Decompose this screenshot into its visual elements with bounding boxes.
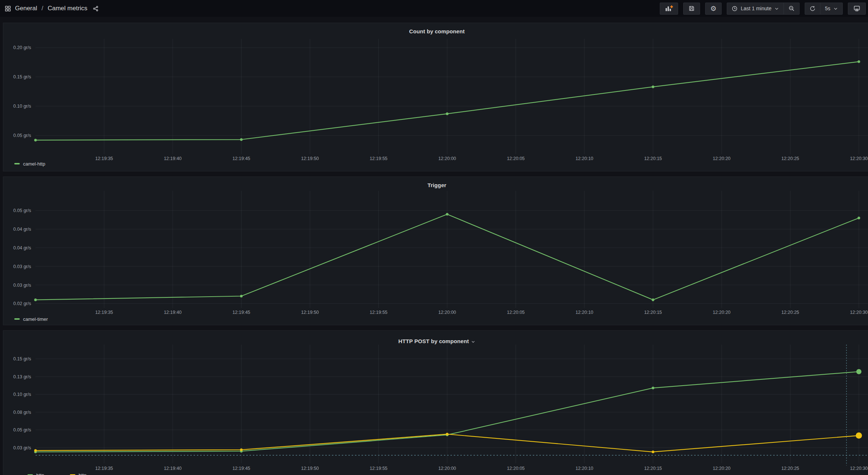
legend-item[interactable]: http [27, 472, 44, 475]
legend-item[interactable]: http [70, 472, 87, 475]
svg-text:0.20 gr/s: 0.20 gr/s [13, 45, 31, 50]
legend-item[interactable]: camel-timer [14, 316, 48, 322]
svg-text:0.10 gr/s: 0.10 gr/s [13, 104, 31, 109]
svg-text:12:19:55: 12:19:55 [370, 156, 388, 161]
svg-text:12:20:20: 12:20:20 [713, 466, 731, 471]
svg-text:12:19:55: 12:19:55 [370, 310, 388, 315]
time-picker-group: Last 1 minute [727, 3, 800, 15]
navbar: General / Camel metrics [0, 0, 868, 17]
tv-mode-button[interactable] [848, 3, 866, 15]
svg-text:0.15 gr/s: 0.15 gr/s [13, 356, 31, 361]
svg-text:12:20:10: 12:20:10 [576, 156, 594, 161]
page-title[interactable]: Camel metrics [48, 5, 87, 12]
svg-text:12:19:35: 12:19:35 [95, 156, 113, 161]
svg-text:12:19:55: 12:19:55 [370, 466, 388, 471]
refresh-icon [809, 5, 816, 12]
svg-text:0.03 gr/s: 0.03 gr/s [13, 264, 31, 269]
dashboard-toolbar: ⚙ Last 1 minute [660, 0, 868, 17]
svg-text:12:19:35: 12:19:35 [95, 466, 113, 471]
panel-legend: camel-http [14, 160, 71, 167]
panel-legend: httphttp [27, 471, 112, 475]
svg-text:0.08 gr/s: 0.08 gr/s [13, 410, 31, 415]
time-range-picker[interactable]: Last 1 minute [727, 3, 783, 14]
svg-text:12:19:40: 12:19:40 [164, 310, 182, 315]
svg-text:12:20:10: 12:20:10 [576, 310, 594, 315]
svg-text:12:20:15: 12:20:15 [644, 156, 662, 161]
svg-text:12:19:50: 12:19:50 [301, 156, 319, 161]
save-icon [688, 5, 695, 12]
svg-text:12:19:50: 12:19:50 [301, 466, 319, 471]
svg-text:12:20:05: 12:20:05 [507, 466, 525, 471]
svg-text:0.15 gr/s: 0.15 gr/s [13, 74, 31, 79]
time-range-label: Last 1 minute [741, 5, 771, 11]
legend-swatch-icon [14, 163, 20, 164]
svg-text:12:19:45: 12:19:45 [232, 156, 250, 161]
svg-text:12:20:25: 12:20:25 [781, 310, 799, 315]
refresh-interval-label: 5s [825, 5, 830, 11]
svg-text:12:20:30: 12:20:30 [850, 466, 868, 471]
chevron-down-icon [833, 6, 838, 11]
legend-label: http [79, 472, 87, 475]
legend-item[interactable]: camel-http [14, 161, 45, 167]
legend-label: http [36, 472, 44, 475]
svg-text:12:20:25: 12:20:25 [781, 156, 799, 161]
svg-text:12:20:30: 12:20:30 [850, 156, 868, 161]
svg-text:12:19:40: 12:19:40 [164, 466, 182, 471]
settings-gear-icon: ⚙ [710, 5, 717, 12]
svg-text:12:20:00: 12:20:00 [438, 156, 456, 161]
share-icon[interactable] [93, 5, 99, 12]
legend-label: camel-http [23, 161, 45, 167]
panel-http-post-by-component: HTTP POST by component 0.03 gr/s0.05 gr/… [3, 330, 868, 475]
panel-count-by-component: Count by component 0.05 gr/s0.10 gr/s0.1… [3, 23, 868, 171]
dashboard-settings-button[interactable]: ⚙ [705, 3, 722, 15]
zoom-out-button[interactable] [783, 3, 799, 14]
svg-text:12:20:00: 12:20:00 [438, 310, 456, 315]
zoom-out-icon [788, 5, 795, 12]
svg-text:12:20:00: 12:20:00 [438, 466, 456, 471]
svg-text:0.05 gr/s: 0.05 gr/s [13, 133, 31, 138]
svg-text:12:20:15: 12:20:15 [644, 310, 662, 315]
svg-text:12:19:35: 12:19:35 [95, 310, 113, 315]
svg-text:0.04 gr/s: 0.04 gr/s [13, 227, 31, 232]
svg-text:12:19:45: 12:19:45 [232, 310, 250, 315]
svg-text:12:19:40: 12:19:40 [164, 156, 182, 161]
svg-text:0.03 gr/s: 0.03 gr/s [13, 283, 31, 288]
svg-text:12:20:25: 12:20:25 [781, 466, 799, 471]
svg-text:0.13 gr/s: 0.13 gr/s [13, 374, 31, 379]
svg-text:12:20:05: 12:20:05 [507, 156, 525, 161]
legend-swatch-icon [14, 318, 20, 320]
panel-legend: camel-timer [14, 315, 74, 323]
save-dashboard-button[interactable] [683, 3, 700, 15]
svg-text:0.05 gr/s: 0.05 gr/s [13, 208, 31, 213]
svg-text:12:19:50: 12:19:50 [301, 310, 319, 315]
svg-text:12:20:30: 12:20:30 [850, 310, 868, 315]
plus-icon [670, 5, 673, 8]
svg-text:0.03 gr/s: 0.03 gr/s [13, 445, 31, 450]
tv-monitor-icon [853, 5, 861, 12]
svg-text:0.10 gr/s: 0.10 gr/s [13, 392, 31, 397]
svg-text:12:20:15: 12:20:15 [644, 466, 662, 471]
svg-text:12:19:45: 12:19:45 [232, 466, 250, 471]
svg-text:0.02 gr/s: 0.02 gr/s [13, 301, 31, 306]
clock-icon [732, 5, 738, 12]
refresh-interval-picker[interactable]: 5s [820, 3, 842, 14]
legend-label: camel-timer [23, 316, 48, 322]
grafana-dashboard: General / Camel metrics [0, 0, 868, 475]
breadcrumb: General / Camel metrics [0, 5, 99, 12]
svg-text:12:20:20: 12:20:20 [713, 156, 731, 161]
svg-text:12:20:10: 12:20:10 [576, 466, 594, 471]
svg-text:12:20:20: 12:20:20 [713, 310, 731, 315]
svg-text:12:20:05: 12:20:05 [507, 310, 525, 315]
svg-text:0.05 gr/s: 0.05 gr/s [13, 427, 31, 433]
refresh-button[interactable] [805, 3, 820, 14]
breadcrumb-section[interactable]: General [15, 5, 37, 12]
refresh-group: 5s [805, 3, 843, 15]
apps-grid-icon[interactable] [4, 5, 11, 12]
svg-text:0.04 gr/s: 0.04 gr/s [13, 245, 31, 251]
panel-trigger: Trigger 0.02 gr/s0.03 gr/s0.03 gr/s0.04 … [3, 177, 868, 325]
chevron-down-icon [774, 6, 779, 11]
breadcrumb-separator: / [41, 5, 44, 12]
add-panel-button[interactable] [660, 3, 678, 15]
